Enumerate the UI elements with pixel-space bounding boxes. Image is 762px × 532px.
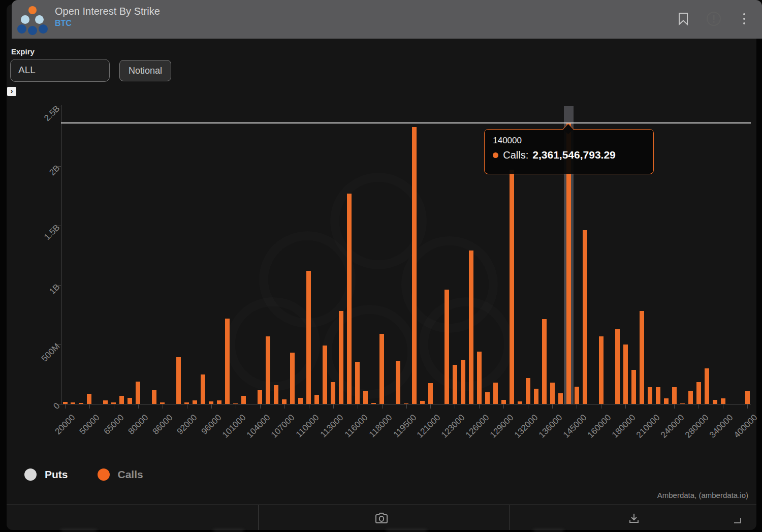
bar-calls-22[interactable] [241, 396, 246, 404]
x-axis-tick [211, 404, 212, 409]
x-axis-tick [577, 404, 577, 409]
bar-calls-45[interactable] [428, 383, 433, 404]
x-axis-tick [430, 404, 431, 409]
bar-calls-47[interactable] [444, 290, 449, 404]
bar-calls-34[interactable] [339, 311, 343, 404]
bar-calls-3[interactable] [87, 394, 91, 404]
bar-calls-63[interactable] [575, 387, 579, 404]
bar-calls-35[interactable] [347, 194, 352, 404]
bar-calls-6[interactable] [111, 402, 116, 404]
bar-calls-51[interactable] [477, 352, 482, 404]
bar-calls-43[interactable] [412, 127, 417, 404]
bar-calls-38[interactable] [371, 403, 376, 404]
bar-calls-79[interactable] [705, 368, 709, 404]
bar-calls-2[interactable] [79, 403, 83, 404]
bar-calls-25[interactable] [266, 336, 270, 404]
bar-calls-1[interactable] [71, 402, 75, 404]
bar-calls-56[interactable] [518, 401, 522, 404]
bar-calls-41[interactable] [396, 361, 400, 404]
attribution-text: Amberdata, (amberdata.io) [657, 491, 748, 499]
legend-item-calls[interactable]: Calls [98, 468, 143, 481]
bar-calls-74[interactable] [664, 398, 669, 404]
watermark-ring [419, 297, 513, 391]
bar-calls-39[interactable] [379, 334, 384, 404]
bar-calls-50[interactable] [469, 251, 473, 404]
bar-calls-21[interactable] [233, 403, 238, 404]
bar-calls-17[interactable] [201, 374, 205, 404]
y-axis-label: 500M [34, 341, 62, 370]
y-axis-line [61, 105, 61, 404]
bar-calls-30[interactable] [306, 271, 311, 404]
bar-calls-18[interactable] [209, 401, 213, 404]
bar-calls-49[interactable] [461, 360, 465, 404]
bar-calls-11[interactable] [152, 390, 156, 404]
x-axis-tick [479, 404, 480, 409]
x-axis-tick [625, 404, 626, 409]
bar-calls-57[interactable] [526, 378, 530, 404]
bar-calls-20[interactable] [225, 319, 230, 404]
bar-calls-78[interactable] [696, 382, 701, 404]
legend-calls-label: Calls [118, 468, 143, 481]
bar-calls-64[interactable] [583, 230, 587, 404]
bar-calls-60[interactable] [550, 383, 555, 404]
bar-calls-54[interactable] [501, 400, 506, 404]
bar-calls-32[interactable] [323, 346, 327, 404]
bar-calls-36[interactable] [355, 362, 360, 404]
bar-calls-0[interactable] [63, 402, 68, 404]
resize-handle[interactable] [734, 518, 741, 523]
bar-calls-42[interactable] [404, 403, 408, 404]
x-axis-tick [358, 404, 358, 409]
page-edge [0, 530, 762, 532]
bar-calls-75[interactable] [672, 387, 677, 404]
bar-calls-80[interactable] [713, 400, 717, 404]
bar-calls-84[interactable] [745, 391, 750, 404]
bar-calls-26[interactable] [274, 385, 278, 404]
bar-calls-14[interactable] [176, 357, 181, 404]
x-axis-tick [503, 404, 504, 409]
chart-tooltip: 140000 Calls: 2,361,546,793.29 [484, 129, 654, 174]
bar-calls-48[interactable] [453, 365, 457, 404]
bar-calls-77[interactable] [688, 391, 693, 404]
bar-calls-5[interactable] [103, 400, 108, 404]
bar-calls-76[interactable] [680, 403, 685, 404]
x-axis-tick [723, 404, 723, 409]
bar-calls-19[interactable] [217, 400, 221, 404]
bar-calls-59[interactable] [542, 319, 547, 404]
x-axis-tick [528, 404, 528, 409]
bar-calls-52[interactable] [485, 392, 490, 404]
bar-calls-73[interactable] [656, 387, 660, 404]
bar-calls-61[interactable] [558, 393, 563, 404]
x-axis-tick [382, 404, 383, 409]
bar-calls-71[interactable] [640, 311, 644, 404]
watermark-ring [323, 305, 417, 399]
bar-calls-68[interactable] [615, 329, 620, 404]
bar-calls-44[interactable] [420, 401, 425, 404]
bar-calls-27[interactable] [282, 399, 287, 404]
x-axis-tick [698, 404, 699, 409]
legend-item-puts[interactable]: Puts [24, 468, 68, 481]
bar-calls-66[interactable] [599, 336, 604, 404]
x-axis-tick [65, 404, 66, 409]
bar-calls-29[interactable] [298, 398, 303, 404]
bar-calls-8[interactable] [128, 398, 132, 404]
bar-calls-9[interactable] [136, 382, 140, 404]
download-icon[interactable] [625, 510, 643, 527]
bar-calls-53[interactable] [493, 383, 498, 404]
camera-icon[interactable] [373, 510, 390, 527]
bar-calls-37[interactable] [363, 391, 368, 404]
bar-calls-81[interactable] [721, 398, 725, 404]
bar-calls-69[interactable] [623, 345, 628, 404]
bar-calls-28[interactable] [290, 353, 295, 404]
bar-calls-72[interactable] [648, 387, 652, 404]
bar-calls-15[interactable] [184, 402, 189, 404]
bar-calls-33[interactable] [331, 382, 335, 404]
bar-calls-55[interactable] [510, 170, 514, 404]
bar-calls-31[interactable] [314, 395, 319, 404]
bar-calls-16[interactable] [193, 400, 197, 404]
bar-calls-58[interactable] [534, 389, 538, 404]
bar-calls-24[interactable] [258, 390, 262, 404]
bar-calls-7[interactable] [119, 396, 124, 404]
bar-calls-12[interactable] [160, 402, 165, 404]
bar-calls-70[interactable] [631, 370, 636, 404]
calls-dot-icon [98, 468, 110, 481]
